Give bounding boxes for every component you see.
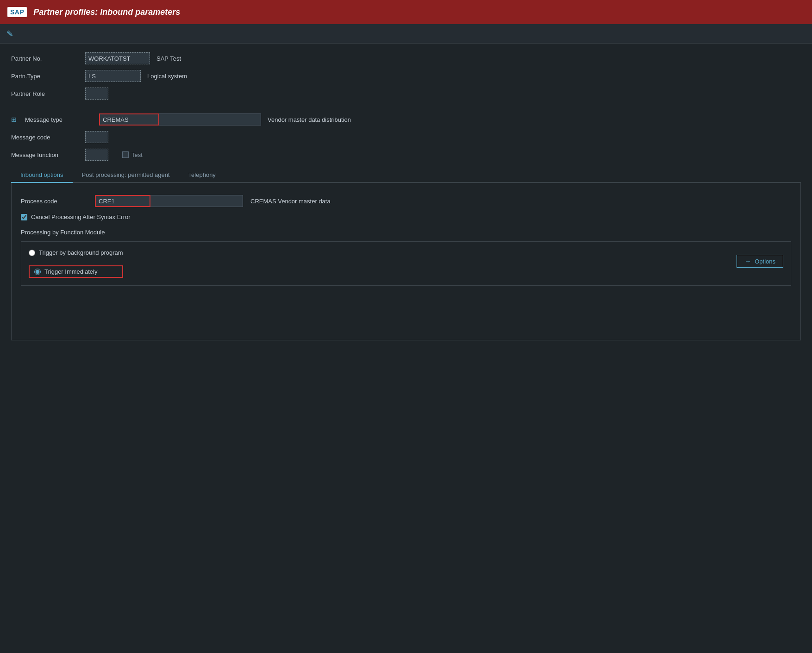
radio-trigger-immediately[interactable] (34, 269, 41, 275)
partner-no-label: Partner No. (11, 55, 85, 62)
message-type-label: Message type (25, 116, 99, 123)
message-type-ext-input[interactable] (159, 113, 261, 126)
radio-trigger-background[interactable] (29, 250, 35, 256)
page-title: Partner profiles: Inbound parameters (33, 7, 180, 17)
partner-no-row: Partner No. SAP Test (11, 52, 801, 65)
partner-no-description: SAP Test (156, 55, 181, 62)
tab-panel-inbound-options: Process code CREMAS Vendor master data C… (11, 183, 801, 340)
radio-trigger-immediately-row: Trigger Immediately (29, 265, 123, 278)
processing-section-title: Processing by Function Module (21, 229, 791, 236)
toolbar: ✎ (0, 24, 812, 44)
settings-icon[interactable]: ✎ (6, 29, 13, 39)
message-type-input[interactable] (99, 113, 159, 126)
tab-inbound-options[interactable]: Inbound options (11, 168, 73, 183)
processing-section: Processing by Function Module Trigger by… (21, 229, 791, 286)
radio-trigger-background-row: Trigger by background program (29, 249, 123, 256)
test-checkbox-box (122, 151, 129, 158)
message-type-row: ⊞ Message type Vendor master data distri… (11, 113, 801, 126)
process-code-label: Process code (21, 198, 95, 205)
cancel-processing-label: Cancel Processing After Syntax Error (31, 213, 131, 220)
partn-type-input[interactable] (85, 70, 141, 82)
tab-post-processing[interactable]: Post processing: permitted agent (73, 168, 179, 183)
tab-telephony[interactable]: Telephony (179, 168, 225, 183)
test-label: Test (131, 151, 143, 158)
process-code-row: Process code CREMAS Vendor master data (21, 195, 791, 207)
message-function-input[interactable] (85, 149, 108, 161)
partner-role-label: Partner Role (11, 90, 85, 97)
radio-trigger-background-label: Trigger by background program (39, 249, 123, 256)
test-checkbox-container: Test (122, 151, 143, 158)
radio-options-left: Trigger by background program Trigger Im… (29, 249, 123, 278)
process-code-description: CREMAS Vendor master data (250, 198, 331, 205)
partn-type-row: Partn.Type Logical system (11, 69, 801, 82)
options-button[interactable]: → Options (737, 255, 783, 268)
message-code-input[interactable] (85, 131, 108, 143)
message-type-icon: ⊞ (11, 116, 22, 123)
message-code-row: Message code (11, 131, 801, 144)
partner-role-row: Partner Role (11, 87, 801, 100)
cancel-processing-checkbox[interactable] (21, 214, 27, 220)
message-function-label: Message function (11, 151, 85, 158)
cancel-processing-row: Cancel Processing After Syntax Error (21, 213, 791, 220)
process-code-ext-input[interactable] (150, 195, 243, 207)
processing-box: Trigger by background program Trigger Im… (21, 241, 791, 286)
radio-trigger-immediately-label: Trigger Immediately (44, 268, 97, 275)
message-function-row: Message function Test (11, 148, 801, 161)
sap-logo: SAP (7, 7, 27, 17)
partn-type-description: Logical system (147, 73, 187, 80)
partner-role-input[interactable] (85, 88, 108, 100)
tabs-container: Inbound options Post processing: permitt… (11, 168, 801, 183)
title-bar: SAP Partner profiles: Inbound parameters (0, 0, 812, 24)
partner-no-input[interactable] (85, 52, 150, 64)
options-arrow-icon: → (744, 257, 751, 265)
tabs-row: Inbound options Post processing: permitt… (11, 168, 801, 182)
process-code-input[interactable] (95, 195, 150, 207)
partn-type-label: Partn.Type (11, 73, 85, 80)
main-content: Partner No. SAP Test Partn.Type Logical … (0, 44, 812, 349)
options-button-label: Options (755, 258, 775, 265)
message-type-description: Vendor master data distribution (268, 116, 351, 123)
radio-options-row: Trigger by background program Trigger Im… (29, 249, 783, 278)
message-code-label: Message code (11, 134, 85, 141)
